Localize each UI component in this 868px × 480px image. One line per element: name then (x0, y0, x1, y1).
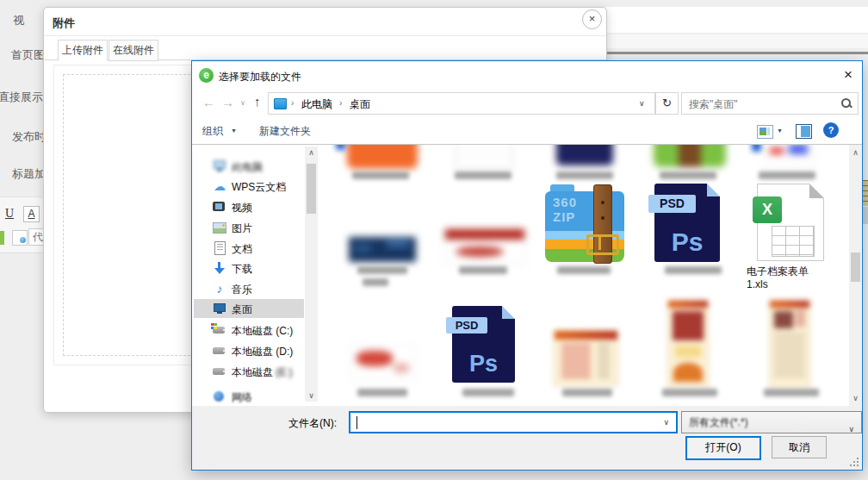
excel-x-icon: X (753, 196, 782, 223)
network-icon (213, 390, 226, 403)
scroll-up-icon[interactable]: ∧ (305, 146, 318, 159)
address-bar[interactable]: › 此电脑 › 桌面 ∨ (268, 92, 655, 115)
file-thumb-red-banner[interactable] (349, 345, 418, 382)
filetype-select[interactable]: 所有文件(*.*) ∨ (681, 411, 862, 433)
red-bar (770, 147, 784, 154)
filelist-scrollbar[interactable]: ∧ ∨ (849, 145, 862, 406)
filename-input[interactable]: ∨ (349, 411, 678, 433)
change-view-icon[interactable] (757, 125, 773, 139)
dialog-close-button[interactable]: × (836, 65, 860, 85)
bg-edge-icon-fragment (862, 180, 868, 206)
file-thumb-blurred[interactable] (654, 145, 726, 167)
file-thumb-blurred[interactable] (455, 145, 513, 169)
page-fold (809, 184, 824, 198)
file-icon-psd[interactable]: PSD Ps (452, 306, 515, 383)
search-icon[interactable] (840, 97, 852, 109)
sidebar-label: 网络 (232, 390, 252, 405)
sidebar-scrollbar[interactable]: ∧ ∨ (305, 146, 318, 402)
filetype-value: 所有文件(*.*) (689, 416, 748, 428)
file-thumb-blurred[interactable] (764, 145, 815, 167)
cloud-icon: ☁ (213, 179, 226, 193)
breadcrumb-this-pc[interactable]: 此电脑 (301, 97, 332, 112)
scroll-down-icon[interactable]: ∨ (849, 392, 862, 404)
file-icon-xls[interactable]: X (757, 184, 824, 261)
search-box[interactable]: 搜索"桌面" (681, 92, 859, 115)
view-caret-icon[interactable]: ▼ (777, 128, 783, 134)
tab-online-attachment[interactable]: 在线附件 (108, 40, 158, 61)
sidebar-item-pictures[interactable]: 图片 (194, 218, 304, 237)
underline-button[interactable]: U (5, 207, 14, 221)
file-thumb-webpage[interactable] (554, 330, 618, 386)
banner-detail (456, 246, 504, 257)
video-icon (213, 200, 226, 214)
filename-dropdown-chevron[interactable]: ∨ (663, 418, 669, 427)
file-label-blurred (665, 266, 722, 274)
file-label-blurred (357, 266, 407, 274)
insert-object-icon[interactable] (12, 230, 28, 246)
scrollbar-thumb[interactable] (307, 164, 316, 214)
sidebar-item-documents[interactable]: 文档 (194, 239, 304, 258)
sidebar-item-music[interactable]: ♪ 音乐 (194, 279, 304, 298)
sidebar-item-drive-d[interactable]: 本地磁盘 (D:) (194, 341, 304, 360)
scroll-up-icon[interactable]: ∧ (849, 146, 862, 159)
sidebar-item-drive-c[interactable]: 本地磁盘 (C:) (194, 321, 304, 340)
webpage-photo (774, 311, 793, 328)
file-label-blurred (455, 171, 512, 179)
file-thumb-webpage[interactable] (667, 300, 709, 388)
forward-button[interactable]: → (221, 96, 234, 109)
file-thumb-webpage[interactable] (769, 300, 810, 388)
cancel-button[interactable]: 取消 (772, 436, 827, 458)
address-dropdown-chevron[interactable]: ∨ (639, 99, 645, 108)
up-button[interactable]: ↑ (254, 95, 261, 108)
file-thumb-blurred[interactable] (556, 145, 613, 165)
sidebar-item-network[interactable]: 网络 (194, 387, 304, 406)
sidebar-label: 桌面 (232, 302, 252, 317)
scrollbar-thumb[interactable] (851, 252, 860, 282)
sidebar-item-this-pc[interactable]: 此电脑 (194, 157, 304, 176)
editor-green-icon[interactable] (0, 231, 4, 245)
bg-edge-fragment (862, 207, 868, 224)
bg-label-direct-display: 直接展示 (0, 90, 43, 105)
download-icon (213, 261, 226, 275)
text-caret (356, 416, 357, 429)
font-color-button[interactable]: A (23, 206, 40, 222)
file-badge-icon (336, 145, 345, 150)
scroll-down-icon[interactable]: ∨ (305, 390, 318, 402)
breadcrumb-desktop[interactable]: 桌面 (350, 97, 370, 112)
recent-locations-chevron[interactable]: ∨ (240, 99, 245, 107)
file-thumb-blue-banner[interactable] (349, 237, 416, 262)
file-thumb-blurred[interactable] (347, 145, 418, 169)
file-label-blurred (556, 171, 613, 179)
back-button[interactable]: ← (202, 96, 215, 109)
desktop-icon (213, 302, 226, 315)
sidebar-item-drive-e[interactable]: 本地磁盘 (E:) (194, 362, 304, 381)
file-icon-360zip[interactable]: 360 ZIP (545, 184, 624, 262)
file-icon-psd[interactable]: PSD Ps (654, 184, 720, 262)
webpage-box (675, 346, 701, 358)
organize-caret-icon: ▼ (231, 128, 237, 134)
sidebar-item-wps-cloud[interactable]: ☁ WPS云文档 (194, 177, 304, 196)
sidebar-item-desktop[interactable]: 桌面 (194, 299, 304, 318)
webpage-lines (561, 345, 591, 377)
organize-button[interactable]: 组织 (202, 124, 223, 139)
new-folder-button[interactable]: 新建文件夹 (259, 124, 311, 139)
tab-upload-attachment[interactable]: 上传附件 (58, 40, 108, 61)
file-thumb-red-banner[interactable] (444, 228, 525, 264)
attachment-close-button[interactable]: × (582, 9, 602, 29)
sidebar-label: 图片 (232, 221, 252, 236)
webpage-header (555, 331, 617, 340)
sidebar-label: 本地磁盘 (C:) (232, 324, 293, 339)
bg-panel-strip2 (603, 34, 868, 48)
open-button[interactable]: 打开(O) (685, 436, 761, 460)
webpage-lines (774, 334, 805, 380)
dialog-footer: 文件名(N): ∨ 所有文件(*.*) ∨ 打开(O) 取消 (192, 406, 862, 470)
belt-hole (601, 216, 604, 220)
bg-label-homepage-image: 首页图 (11, 47, 45, 63)
resize-grip[interactable] (850, 458, 859, 466)
refresh-button[interactable]: ↻ (655, 92, 679, 115)
preview-pane-icon[interactable] (796, 124, 812, 139)
help-icon[interactable]: ? (823, 122, 839, 138)
sidebar-item-videos[interactable]: 视频 (194, 197, 304, 216)
globe-icon (20, 237, 26, 243)
sidebar-item-downloads[interactable]: 下载 (194, 259, 304, 277)
